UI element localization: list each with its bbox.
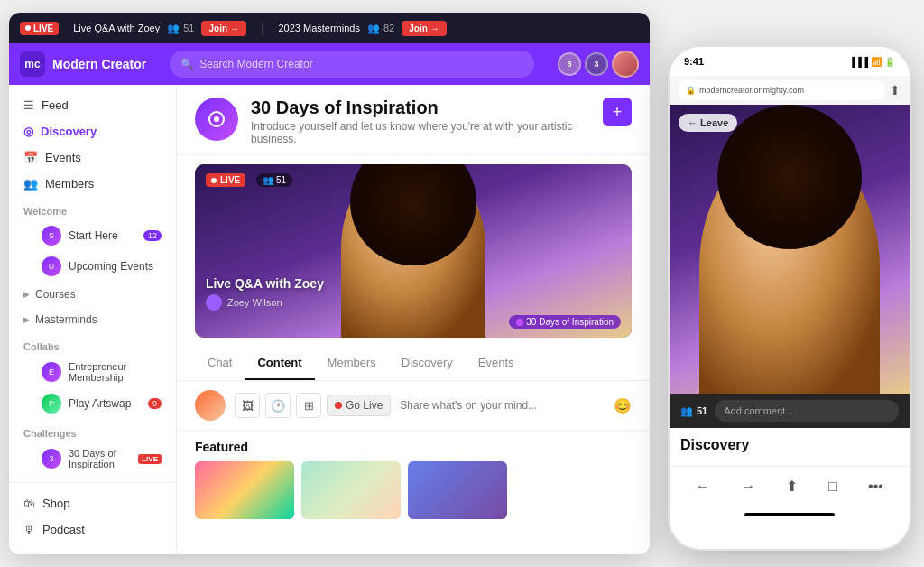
- featured-grid: [195, 461, 632, 519]
- phone-discovery-section: Discovery: [670, 428, 910, 466]
- emoji-button[interactable]: 😊: [614, 397, 632, 414]
- composer-avatar: [195, 390, 226, 421]
- podcast-icon: 🎙: [23, 523, 35, 536]
- sidebar-item-podcast[interactable]: 🎙 Podcast: [9, 516, 176, 543]
- join-button-2[interactable]: Join →: [402, 21, 446, 36]
- channel-header: 30 Days of Inspiration Introduce yoursel…: [177, 85, 650, 155]
- sidebar-item-shop[interactable]: 🛍 Shop: [9, 490, 176, 516]
- play-artswap-badge: 9: [148, 398, 162, 409]
- sidebar-item-feed[interactable]: ☰ Feed: [9, 92, 176, 118]
- 30-days-live-tag: LIVE: [138, 454, 162, 464]
- featured-thumb-1[interactable]: [195, 461, 294, 519]
- phone-share-button[interactable]: ⬆: [786, 478, 798, 495]
- play-artswap-avatar: P: [42, 394, 61, 414]
- tab-discovery[interactable]: Discovery: [389, 347, 466, 380]
- channel-title: 30 Days of Inspiration: [251, 98, 590, 118]
- video-card: LIVE 👥 51 Live Q&A with Zoey Zoey Wilson: [195, 164, 632, 338]
- sidebar-label-discovery: Discovery: [41, 125, 97, 138]
- composer-input[interactable]: [400, 399, 605, 412]
- channel-add-button[interactable]: +: [603, 98, 632, 126]
- phone-url: moderncreator.onmighty.com: [699, 86, 804, 95]
- start-here-avatar: S: [42, 226, 61, 246]
- ticker-count-1: 👥 51: [167, 23, 194, 34]
- entrepreneur-label: Entrepreneur Membership: [69, 361, 162, 383]
- sidebar-item-upcoming-events[interactable]: U Upcoming Events: [9, 251, 176, 282]
- sidebar-label-members: Members: [45, 177, 94, 191]
- tab-events[interactable]: Events: [466, 347, 527, 380]
- phone-comment-input[interactable]: Add comment...: [715, 400, 899, 422]
- composer-actions: 🖼 🕐 ⊞ Go Live: [235, 393, 391, 418]
- sidebar-item-start-here[interactable]: S Start Here 12: [9, 220, 176, 251]
- image-action[interactable]: 🖼: [235, 393, 260, 418]
- sidebar-label-events: Events: [45, 151, 81, 164]
- nav-avatars: 8 3: [558, 51, 639, 78]
- sidebar-item-events[interactable]: 📅 Events: [9, 144, 176, 171]
- host-avatar: [206, 294, 222, 311]
- sidebar-label-feed: Feed: [42, 98, 69, 112]
- wifi-icon: 📶: [871, 57, 882, 67]
- tabs-row: Chat Content Members Discovery Events: [177, 347, 650, 381]
- phone-status-icons: ▐▐▐ 📶 🔋: [849, 57, 895, 67]
- section-label-welcome: Welcome: [9, 197, 176, 220]
- phone-bookmark-button[interactable]: □: [828, 479, 837, 495]
- video-viewers: 👥 51: [256, 173, 292, 187]
- upcoming-events-label: Upcoming Events: [69, 260, 153, 273]
- sidebar-item-entrepreneur[interactable]: E Entrepreneur Membership: [9, 356, 176, 388]
- phone-comment-bar: 👥 51 Add comment...: [670, 394, 910, 428]
- phone-url-bar[interactable]: 🔒 moderncreator.onmighty.com: [679, 80, 884, 100]
- phone-viewer-count: 👥 51: [680, 405, 707, 417]
- search-bar[interactable]: 🔍 Search Modern Creator: [170, 51, 534, 78]
- featured-thumb-3[interactable]: [408, 461, 507, 519]
- ticker-event-1-name: Live Q&A with Zoey: [73, 23, 160, 33]
- nav-avatar-1[interactable]: 8: [558, 52, 581, 76]
- sidebar-collapsible-masterminds[interactable]: ▶ Masterminds: [9, 307, 176, 332]
- share-icon[interactable]: ⬆: [890, 83, 901, 98]
- brand-logo: mc: [20, 51, 45, 77]
- nav-bar: mc Modern Creator 🔍 Search Modern Creato…: [9, 43, 650, 85]
- ticker-event-2-name: 2023 Masterminds: [278, 23, 360, 33]
- clock-action[interactable]: 🕐: [265, 393, 291, 418]
- 30-days-label: 30 Days of Inspiration: [69, 448, 127, 469]
- start-here-badge: 12: [143, 230, 162, 241]
- phone-back-button[interactable]: ←: [696, 479, 710, 495]
- featured-thumb-2[interactable]: [301, 461, 401, 519]
- channel-icon: [195, 98, 238, 141]
- ticker-count-2: 👥 82: [367, 23, 394, 34]
- phone-discovery-title: Discovery: [680, 437, 899, 453]
- start-here-label: Start Here: [69, 229, 118, 242]
- video-overlay: LIVE 👥 51 Live Q&A with Zoey Zoey Wilson: [195, 164, 632, 338]
- tab-content[interactable]: Content: [245, 347, 314, 380]
- video-title-area: Live Q&A with Zoey Zoey Wilson: [206, 276, 324, 311]
- sidebar-collapsible-courses[interactable]: ▶ Courses: [9, 282, 176, 307]
- feed-icon: ☰: [23, 98, 34, 112]
- phone-more-button[interactable]: •••: [868, 479, 883, 495]
- grid-action[interactable]: ⊞: [296, 393, 321, 418]
- tab-chat[interactable]: Chat: [195, 347, 245, 380]
- live-badge: LIVE: [20, 22, 59, 35]
- nav-avatar-2[interactable]: 3: [585, 52, 608, 76]
- channel-info: 30 Days of Inspiration Introduce yoursel…: [251, 98, 590, 145]
- go-live-button[interactable]: Go Live: [327, 395, 391, 416]
- content-area: 30 Days of Inspiration Introduce yoursel…: [177, 85, 650, 554]
- composer: 🖼 🕐 ⊞ Go Live 😊: [177, 381, 650, 431]
- phone-nav-bar: ← → ⬆ □ •••: [670, 466, 910, 506]
- phone-forward-button[interactable]: →: [741, 479, 755, 495]
- phone-mockup: 9:41 ▐▐▐ 📶 🔋 🔒 moderncreator.onmighty.co…: [668, 45, 911, 551]
- courses-label: Courses: [35, 288, 76, 301]
- sidebar-label-podcast: Podcast: [42, 523, 85, 536]
- phone-time: 9:41: [684, 56, 704, 67]
- lock-icon: 🔒: [686, 86, 696, 95]
- host-name: Zoey Wilson: [227, 297, 282, 308]
- events-icon: 📅: [23, 151, 38, 164]
- join-button-1[interactable]: Join →: [201, 21, 245, 36]
- tab-members[interactable]: Members: [315, 347, 389, 380]
- sidebar-item-30-days[interactable]: 3 30 Days of Inspiration LIVE: [9, 442, 176, 475]
- sidebar-item-discovery[interactable]: ◎ Discovery: [9, 118, 176, 144]
- featured-section: Featured: [177, 431, 650, 528]
- sidebar-item-play-artswap[interactable]: P Play Artswap 9: [9, 388, 176, 419]
- shop-icon: 🛍: [23, 497, 35, 510]
- nav-avatar-3[interactable]: [612, 51, 639, 78]
- sidebar-item-members[interactable]: 👥 Members: [9, 171, 176, 197]
- ticker-item-2: 2023 Masterminds 👥 82 Join →: [278, 21, 446, 36]
- phone-leave-button[interactable]: ← Leave: [679, 114, 737, 132]
